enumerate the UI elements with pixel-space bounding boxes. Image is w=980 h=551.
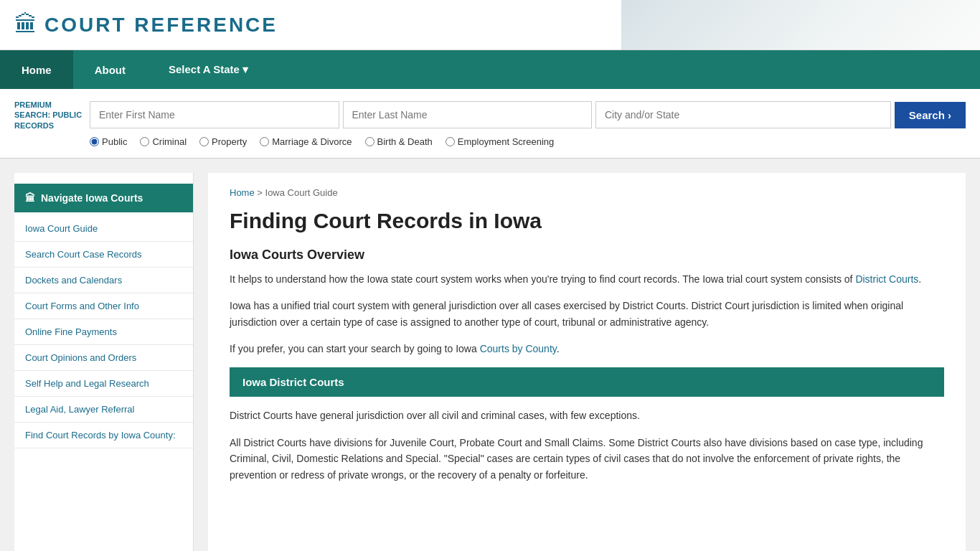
sidebar-item-court-forms[interactable]: Court Forms and Other Info <box>14 293 193 319</box>
search-bar: PREMIUM SEARCH: PUBLIC RECORDS Search › … <box>0 89 980 159</box>
radio-employment[interactable]: Employment Screening <box>446 136 554 147</box>
radio-public[interactable]: Public <box>90 136 127 147</box>
radio-birth-death[interactable]: Birth & Death <box>365 136 433 147</box>
radio-property[interactable]: Property <box>199 136 247 147</box>
overview-paragraph-3: If you prefer, you can start your search… <box>230 341 944 357</box>
breadcrumb: Home > Iowa Court Guide <box>230 187 944 198</box>
sidebar-item-find-court-records[interactable]: Find Court Records by Iowa County: <box>14 423 193 448</box>
site-header: 🏛 COURT REFERENCE <box>0 0 980 50</box>
sidebar-header-icon: 🏛 <box>25 192 35 204</box>
sidebar-header-label: Navigate Iowa Courts <box>41 192 143 204</box>
site-title: COURT REFERENCE <box>44 14 278 37</box>
search-top-row: PREMIUM SEARCH: PUBLIC RECORDS Search › <box>14 100 966 131</box>
main-nav: Home About Select A State ▾ <box>0 50 980 89</box>
sidebar-item-court-opinions[interactable]: Court Opinions and Orders <box>14 345 193 371</box>
sidebar-header: 🏛 Navigate Iowa Courts <box>14 184 193 212</box>
courts-by-county-link[interactable]: Courts by County <box>480 343 557 354</box>
sidebar: 🏛 Navigate Iowa Courts Iowa Court Guide … <box>14 173 194 551</box>
radio-criminal[interactable]: Criminal <box>140 136 187 147</box>
first-name-input[interactable] <box>90 101 339 128</box>
nav-select-state[interactable]: Select A State ▾ <box>147 50 270 89</box>
overview-heading: Iowa Courts Overview <box>230 248 944 263</box>
breadcrumb-home[interactable]: Home <box>230 187 255 198</box>
sidebar-item-online-fine-payments[interactable]: Online Fine Payments <box>14 319 193 345</box>
breadcrumb-current: Iowa Court Guide <box>265 187 338 198</box>
district-paragraph-2: All District Courts have divisions for J… <box>230 435 944 483</box>
search-button[interactable]: Search › <box>895 102 966 128</box>
sidebar-item-search-court-case-records[interactable]: Search Court Case Records <box>14 242 193 268</box>
nav-about[interactable]: About <box>73 50 147 89</box>
district-courts-link[interactable]: District Courts <box>855 273 918 285</box>
premium-label: PREMIUM SEARCH: PUBLIC RECORDS <box>14 100 86 131</box>
page-content: Home > Iowa Court Guide Finding Court Re… <box>208 173 966 551</box>
nav-home[interactable]: Home <box>0 50 73 89</box>
sidebar-item-iowa-court-guide[interactable]: Iowa Court Guide <box>14 216 193 242</box>
district-courts-bar: Iowa District Courts <box>230 367 944 397</box>
search-radios: Public Criminal Property Marriage & Divo… <box>14 136 966 147</box>
district-paragraph-1: District Courts have general jurisdictio… <box>230 408 944 423</box>
sidebar-item-self-help[interactable]: Self Help and Legal Research <box>14 371 193 397</box>
city-state-input[interactable] <box>595 101 891 128</box>
breadcrumb-separator: > <box>257 187 265 198</box>
page-title: Finding Court Records in Iowa <box>230 209 944 233</box>
logo-area: 🏛 COURT REFERENCE <box>14 11 278 38</box>
search-inputs <box>90 101 891 128</box>
overview-paragraph-1: It helps to understand how the Iowa stat… <box>230 271 944 287</box>
last-name-input[interactable] <box>343 101 593 128</box>
main-content: 🏛 Navigate Iowa Courts Iowa Court Guide … <box>0 159 980 551</box>
radio-marriage-divorce[interactable]: Marriage & Divorce <box>260 136 352 147</box>
overview-paragraph-2: Iowa has a unified trial court system wi… <box>230 298 944 330</box>
sidebar-item-legal-aid[interactable]: Legal Aid, Lawyer Referral <box>14 397 193 423</box>
header-background <box>621 0 980 50</box>
building-icon: 🏛 <box>14 11 37 38</box>
sidebar-item-dockets-calendars[interactable]: Dockets and Calendars <box>14 268 193 293</box>
